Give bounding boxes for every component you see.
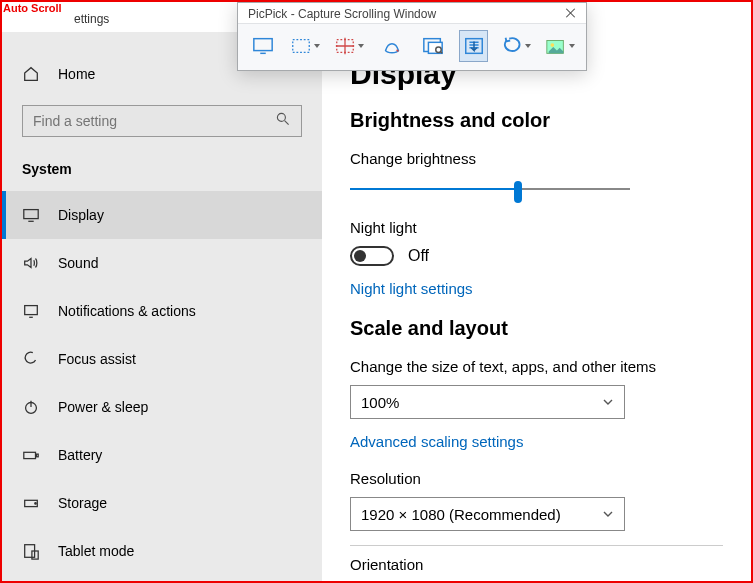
resolution-value: 1920 × 1080 (Recommended)	[361, 506, 561, 523]
repeat-capture-button[interactable]	[500, 30, 532, 62]
sidebar-item-sound[interactable]: Sound	[2, 239, 322, 287]
home-icon	[22, 65, 40, 83]
sidebar-section-title: System	[2, 155, 322, 191]
sidebar-item-power-sleep[interactable]: Power & sleep	[2, 383, 322, 431]
svg-point-18	[551, 43, 555, 47]
sound-icon	[22, 254, 40, 272]
power-icon	[22, 398, 40, 416]
svg-rect-11	[293, 40, 310, 53]
svg-rect-5	[36, 454, 38, 457]
chevron-down-icon	[602, 508, 614, 520]
sidebar-item-tablet-mode[interactable]: Tablet mode	[2, 527, 322, 575]
sidebar-item-label: Storage	[58, 495, 107, 511]
notifications-icon	[22, 302, 40, 320]
capture-fixed-region-button[interactable]	[333, 30, 365, 62]
auto-scroll-watermark: Auto Scroll	[2, 2, 63, 14]
picpick-window[interactable]: PicPick - Capture Scrolling Window	[237, 2, 587, 71]
sidebar-item-label: Battery	[58, 447, 102, 463]
svg-rect-4	[24, 452, 36, 458]
night-light-toggle[interactable]	[350, 246, 394, 266]
resolution-label: Resolution	[350, 470, 723, 487]
sidebar-item-label: Notifications & actions	[58, 303, 196, 319]
sidebar-item-notifications[interactable]: Notifications & actions	[2, 287, 322, 335]
svg-point-0	[277, 113, 285, 121]
truncated-title-text: ettings	[74, 12, 109, 26]
picpick-close-button[interactable]	[564, 7, 578, 21]
picpick-title: PicPick - Capture Scrolling Window	[248, 7, 436, 21]
battery-icon	[22, 446, 40, 464]
sidebar-item-focus-assist[interactable]: Focus assist	[2, 335, 322, 383]
search-icon	[275, 111, 291, 131]
slider-fill	[350, 188, 518, 190]
sidebar-item-label: Display	[58, 207, 104, 223]
orientation-label: Orientation	[350, 545, 723, 573]
brightness-slider[interactable]	[350, 177, 630, 201]
picpick-toolbar	[238, 23, 586, 70]
night-light-settings-link[interactable]: Night light settings	[350, 280, 723, 297]
sidebar-item-label: Power & sleep	[58, 399, 148, 415]
night-light-label: Night light	[350, 219, 723, 236]
sidebar: Home System Display Sound Notifications …	[2, 32, 322, 581]
storage-icon	[22, 494, 40, 512]
capture-fullscreen-button[interactable]	[248, 30, 277, 62]
sidebar-item-display[interactable]: Display	[2, 191, 322, 239]
output-options-button[interactable]	[544, 30, 576, 62]
brightness-label: Change brightness	[350, 150, 723, 167]
svg-point-7	[35, 503, 36, 504]
section-scale-title: Scale and layout	[350, 317, 723, 340]
advanced-scaling-link[interactable]: Advanced scaling settings	[350, 433, 723, 450]
scale-label: Change the size of text, apps, and other…	[350, 358, 723, 375]
display-icon	[22, 206, 40, 224]
capture-region-button[interactable]	[289, 30, 321, 62]
section-brightness-title: Brightness and color	[350, 109, 723, 132]
tablet-icon	[22, 542, 40, 560]
focus-icon	[22, 350, 40, 368]
resolution-dropdown[interactable]: 1920 × 1080 (Recommended)	[350, 497, 625, 531]
slider-thumb[interactable]	[514, 181, 522, 203]
svg-rect-1	[24, 210, 38, 219]
chevron-down-icon	[602, 396, 614, 408]
sidebar-item-label: Sound	[58, 255, 98, 271]
toggle-knob	[354, 250, 366, 262]
capture-scrolling-button[interactable]	[459, 30, 488, 62]
sidebar-item-label: Tablet mode	[58, 543, 134, 559]
sidebar-item-battery[interactable]: Battery	[2, 431, 322, 479]
search-box[interactable]	[22, 105, 302, 137]
capture-window-button[interactable]	[418, 30, 447, 62]
content-pane: Display Brightness and color Change brig…	[322, 2, 751, 581]
svg-rect-2	[25, 306, 38, 315]
sidebar-item-label: Focus assist	[58, 351, 136, 367]
home-label: Home	[58, 66, 95, 82]
sidebar-item-storage[interactable]: Storage	[2, 479, 322, 527]
svg-rect-10	[253, 39, 271, 51]
search-input[interactable]	[33, 113, 253, 129]
scale-dropdown[interactable]: 100%	[350, 385, 625, 419]
night-light-state: Off	[408, 247, 429, 265]
scale-value: 100%	[361, 394, 399, 411]
capture-freehand-button[interactable]	[377, 30, 406, 62]
